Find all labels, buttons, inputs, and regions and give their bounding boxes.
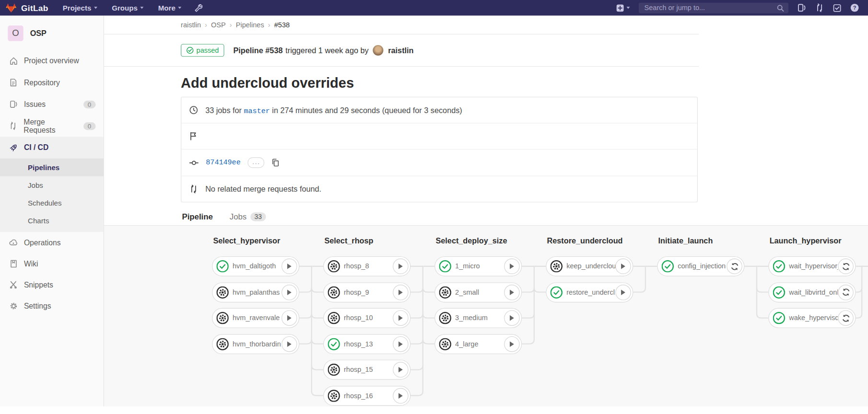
job-name: keep_undercloud — [566, 263, 615, 270]
job-pill[interactable]: config_injection — [657, 256, 744, 276]
job-pill[interactable]: hvm_thorbardin — [212, 334, 299, 354]
play-job-button[interactable] — [504, 336, 519, 351]
play-job-button[interactable] — [393, 259, 408, 274]
play-job-button[interactable] — [393, 388, 408, 403]
sidebar-subitem-charts[interactable]: Charts — [0, 212, 104, 230]
job-name: wake_hypervisor — [789, 314, 838, 322]
merge-requests-nav-icon[interactable] — [815, 3, 824, 12]
status-manual-icon — [439, 286, 451, 299]
breadcrumb-item[interactable]: OSP — [211, 21, 226, 29]
issues-icon — [9, 100, 18, 108]
retry-job-button[interactable] — [727, 259, 742, 274]
play-job-button[interactable] — [504, 310, 519, 325]
flag-row — [181, 124, 697, 150]
copy-icon[interactable] — [272, 159, 280, 167]
job-pill[interactable]: hvm_ravenvale — [212, 308, 299, 328]
job-name: config_injection — [678, 263, 727, 270]
project-context[interactable]: O OSP — [0, 15, 104, 44]
sidebar-item-settings[interactable]: Settings — [0, 295, 104, 316]
commit-sha-link[interactable]: 874149ee — [206, 159, 240, 167]
play-job-button[interactable] — [393, 336, 408, 351]
stage-title: Launch_hypervisor — [770, 236, 842, 245]
stage-title: Select_hypervisor — [213, 236, 280, 245]
more-menu[interactable]: More — [158, 4, 182, 12]
breadcrumb-item[interactable]: Pipelines — [236, 21, 264, 29]
play-job-button[interactable] — [393, 362, 408, 377]
job-name: rhosp_8 — [344, 263, 393, 270]
job-pill[interactable]: wake_hypervisor — [768, 308, 856, 328]
job-name: rhosp_16 — [344, 391, 393, 399]
search-icon[interactable] — [777, 4, 784, 12]
breadcrumb-item[interactable]: raistlin — [181, 21, 201, 29]
new-menu-button[interactable] — [616, 4, 630, 12]
todos-nav-icon[interactable] — [833, 4, 841, 12]
admin-wrench-icon[interactable] — [194, 3, 203, 12]
branch-link[interactable]: master — [244, 106, 270, 115]
sidebar-subitem-jobs[interactable]: Jobs — [0, 176, 104, 194]
commit-description-toggle[interactable]: ··· — [248, 157, 265, 168]
play-job-button[interactable] — [615, 284, 631, 299]
play-job-button[interactable] — [282, 284, 297, 299]
job-pill[interactable]: 4_large — [434, 334, 522, 354]
related-mr-row: No related merge requests found. — [181, 176, 697, 202]
job-pill[interactable]: hvm_palanthas — [212, 282, 299, 302]
pipeline-status-badge[interactable]: passed — [181, 44, 224, 57]
chevron-down-icon — [626, 7, 630, 9]
job-pill[interactable]: 1_micro — [434, 256, 522, 276]
sidebar-item-snippets[interactable]: Snippets — [0, 274, 104, 295]
play-job-button[interactable] — [282, 310, 297, 325]
chevron-down-icon — [178, 7, 182, 9]
sidebar-item-ci-cd[interactable]: CI / CD — [0, 137, 104, 158]
brand-name: GitLab — [21, 3, 48, 12]
job-pill[interactable]: rhosp_10 — [323, 308, 411, 328]
play-job-button[interactable] — [504, 259, 519, 274]
job-pill[interactable]: wait_hypervisor_... — [768, 256, 856, 276]
play-job-button[interactable] — [393, 284, 408, 299]
sidebar-item-issues[interactable]: Issues 0 — [0, 93, 104, 115]
groups-menu[interactable]: Groups — [112, 4, 143, 12]
job-pill[interactable]: restore_undercl... — [546, 282, 633, 302]
sidebar-item-merge-requests[interactable]: Merge Requests 0 — [0, 115, 104, 137]
job-pill[interactable]: rhosp_16 — [323, 386, 411, 406]
sidebar-subitem-schedules[interactable]: Schedules — [0, 194, 104, 212]
job-pill[interactable]: rhosp_8 — [323, 256, 411, 276]
job-pill[interactable]: rhosp_9 — [323, 282, 411, 302]
help-icon[interactable]: ? — [850, 3, 859, 12]
retry-job-button[interactable] — [838, 284, 853, 299]
job-pill[interactable]: rhosp_15 — [323, 360, 411, 380]
sidebar-subitem-pipelines[interactable]: Pipelines — [0, 159, 104, 176]
play-job-button[interactable] — [393, 310, 408, 325]
play-job-button[interactable] — [282, 259, 297, 274]
status-manual-icon — [439, 312, 451, 324]
play-job-button[interactable] — [282, 336, 297, 351]
sidebar-item-project-overview[interactable]: Project overview — [0, 50, 104, 71]
flag-icon — [189, 132, 197, 141]
gitlab-logo[interactable]: GitLab — [6, 2, 48, 13]
retry-job-button[interactable] — [838, 310, 853, 325]
user-avatar[interactable] — [373, 45, 384, 56]
status-passed-icon — [773, 312, 786, 324]
sidebar-item-operations[interactable]: Operations — [0, 232, 104, 253]
job-pill[interactable]: rhosp_13 — [323, 334, 411, 354]
tab-jobs[interactable]: Jobs 33 — [228, 209, 267, 227]
job-pill[interactable]: wait_libvirtd_onli... — [768, 282, 856, 302]
play-job-button[interactable] — [504, 284, 519, 299]
gitlab-app: GitLab Projects Groups More — [0, 0, 868, 414]
issues-nav-icon[interactable] — [798, 3, 807, 12]
sidebar-item-repository[interactable]: Repository — [0, 72, 104, 93]
clock-icon — [189, 105, 198, 115]
job-pill[interactable]: 2_small — [434, 282, 522, 302]
projects-menu[interactable]: Projects — [63, 4, 97, 12]
job-pill[interactable]: hvm_daltigoth — [212, 256, 299, 276]
pipeline-user[interactable]: raistlin — [388, 46, 413, 55]
job-pill[interactable]: 3_medium — [434, 308, 522, 328]
search-input[interactable] — [643, 3, 776, 12]
play-job-button[interactable] — [615, 259, 631, 274]
job-name: rhosp_9 — [344, 288, 393, 296]
svg-text:?: ? — [853, 5, 856, 11]
sidebar-item-wiki[interactable]: Wiki — [0, 253, 104, 274]
job-pill[interactable]: keep_undercloud — [546, 256, 633, 276]
job-name: wait_libvirtd_onli... — [789, 288, 838, 296]
retry-job-button[interactable] — [838, 259, 853, 274]
jobs-duration-row: 33 jobs for master in 274 minutes and 29… — [181, 97, 697, 124]
